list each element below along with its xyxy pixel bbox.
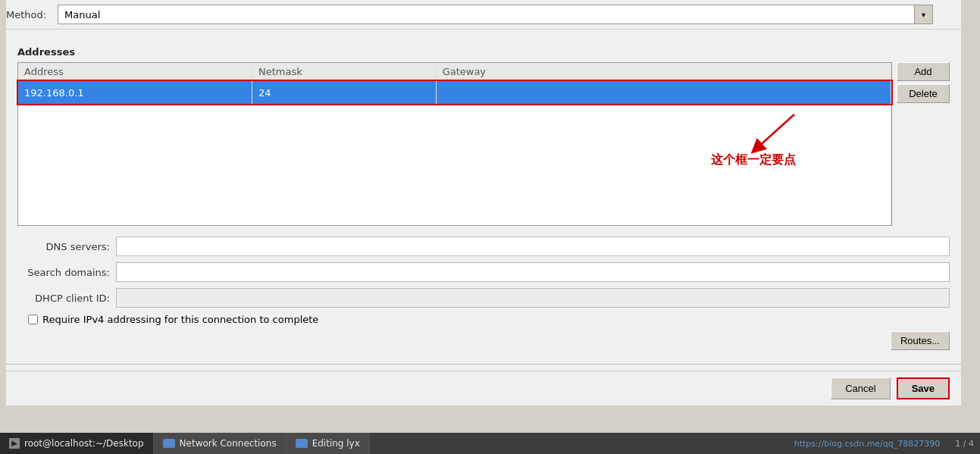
addresses-table-wrapper: Address Netmask Gateway 192.168.0.1 24 [17,62,892,226]
addresses-container: Address Netmask Gateway 192.168.0.1 24 [17,62,950,226]
editing-icon [296,439,308,448]
addresses-table: Address Netmask Gateway 192.168.0.1 24 [18,63,891,225]
taskbar-editing-label: Editing lyx [312,438,360,449]
cell-netmask[interactable]: 24 [252,81,437,105]
dns-row: DNS servers: [17,236,950,256]
add-button[interactable]: Add [897,62,950,81]
method-select-box[interactable]: Manual ▾ [58,5,933,24]
cell-gateway[interactable] [436,81,891,105]
require-ipv4-label[interactable]: Require IPv4 addressing for this connect… [42,314,318,325]
dhcp-input[interactable] [116,288,950,308]
cancel-button[interactable]: Cancel [831,377,890,399]
routes-button[interactable]: Routes... [891,331,950,350]
search-label: Search domains: [17,267,116,278]
search-row: Search domains: [17,262,950,282]
col-netmask: Netmask [252,63,437,81]
require-ipv4-row: Require IPv4 addressing for this connect… [28,314,950,325]
table-row[interactable]: 192.168.0.1 24 [18,81,891,105]
taskbar: ▶ root@localhost:~/Desktop Network Conne… [0,433,980,454]
table-empty-row [18,104,891,225]
dns-label: DNS servers: [17,241,116,252]
form-fields: DNS servers: Search domains: DHCP client… [17,236,950,308]
method-dropdown-arrow-icon[interactable]: ▾ [914,5,932,23]
gateway-input[interactable] [443,84,885,101]
addresses-section: Addresses Address Netmask Gateway 192.16… [6,39,961,358]
network-icon [163,439,175,448]
table-header-row: Address Netmask Gateway [18,63,891,81]
routes-row: Routes... [17,331,950,350]
taskbar-terminal[interactable]: ▶ root@localhost:~/Desktop [0,433,154,454]
dialog-footer: Cancel Save [6,371,961,405]
dhcp-label: DHCP client ID: [17,293,116,304]
addresses-buttons: Add Delete [897,62,950,226]
save-button[interactable]: Save [897,377,950,399]
require-ipv4-checkbox[interactable] [28,315,38,324]
dns-input[interactable] [116,236,950,256]
col-gateway: Gateway [436,63,891,81]
taskbar-network-label: Network Connections [180,438,277,449]
method-label: Method: [6,9,52,20]
method-value: Manual [64,9,100,20]
taskbar-terminal-label: root@localhost:~/Desktop [24,438,144,449]
method-row: Method: Manual ▾ [6,0,961,30]
search-input[interactable] [116,262,950,282]
dhcp-row: DHCP client ID: [17,288,950,308]
taskbar-editing[interactable]: Editing lyx [286,433,370,454]
separator [6,364,961,365]
taskbar-network-connections[interactable]: Network Connections [154,433,286,454]
delete-button[interactable]: Delete [897,84,950,103]
cell-address[interactable]: 192.168.0.1 [18,81,252,105]
col-address: Address [18,63,252,81]
taskbar-right: https://blog.csdn.me/qq_78827390 1 / 4 [788,439,980,449]
taskbar-url: https://blog.csdn.me/qq_78827390 [794,439,941,449]
page-indicator: 1 / 4 [955,439,974,449]
terminal-icon: ▶ [9,438,20,449]
addresses-title: Addresses [17,46,950,58]
